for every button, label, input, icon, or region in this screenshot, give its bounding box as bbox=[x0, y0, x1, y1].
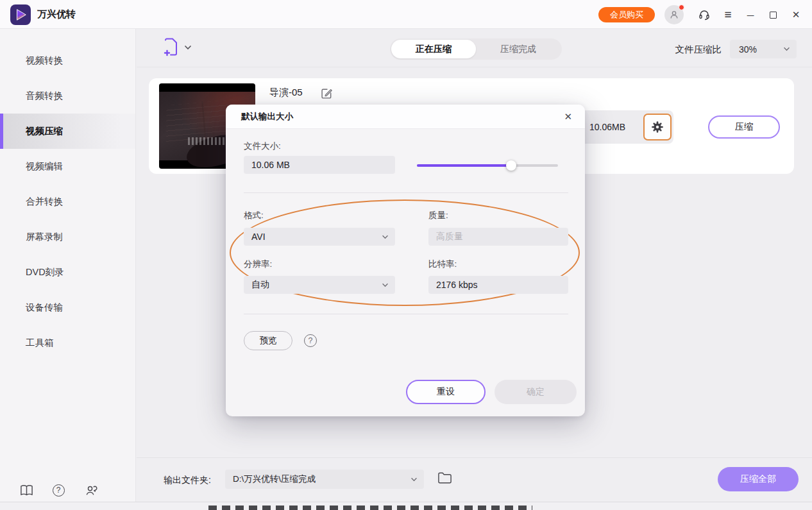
status-tabs: 正在压缩 压缩完成 bbox=[390, 38, 562, 60]
sidebar-item-device-transfer[interactable]: 设备传输 bbox=[0, 290, 135, 325]
output-size-value: 10.06MB bbox=[589, 122, 625, 132]
compression-ratio-select[interactable]: 30% bbox=[730, 40, 797, 58]
sidebar-item-video-edit[interactable]: 视频编辑 bbox=[0, 149, 135, 184]
toolbar-divider bbox=[137, 67, 812, 67]
clipped-background-text bbox=[208, 506, 532, 510]
person-icon bbox=[669, 10, 679, 20]
slider-thumb[interactable] bbox=[506, 160, 516, 171]
quality-input: 高质量 bbox=[428, 228, 568, 246]
chevron-down-icon bbox=[410, 477, 418, 482]
chevron-down-icon bbox=[184, 45, 192, 50]
bitrate-label: 比特率: bbox=[428, 259, 457, 270]
chevron-down-icon bbox=[382, 235, 389, 239]
resolution-select[interactable]: 自动 bbox=[244, 276, 395, 294]
open-folder-icon[interactable] bbox=[437, 472, 453, 487]
file-size-slider[interactable] bbox=[417, 159, 558, 172]
sidebar-item-video-compress[interactable]: 视频压缩 bbox=[0, 114, 135, 149]
footer-divider bbox=[137, 457, 812, 458]
file-size-label: 文件大小: bbox=[244, 140, 281, 152]
close-button[interactable]: ✕ bbox=[788, 7, 804, 22]
dialog-help-icon[interactable]: ? bbox=[304, 334, 317, 347]
sidebar-item-video-convert[interactable]: 视频转换 bbox=[0, 43, 135, 78]
output-folder-label: 输出文件夹: bbox=[164, 475, 211, 486]
sidebar: 视频转换 音频转换 视频压缩 视频编辑 合并转换 屏幕录制 DVD刻录 设备传输… bbox=[0, 29, 136, 510]
preview-button[interactable]: 预览 bbox=[244, 331, 292, 350]
sidebar-item-audio-convert[interactable]: 音频转换 bbox=[0, 78, 135, 114]
divider bbox=[244, 192, 568, 193]
bitrate-input[interactable]: 2176 kbps bbox=[428, 276, 568, 294]
app-title: 万兴优转 bbox=[37, 8, 76, 21]
format-select[interactable]: AVI bbox=[244, 228, 395, 246]
dialog-header: 默认输出大小 ✕ bbox=[226, 105, 585, 129]
maximize-button[interactable] bbox=[765, 7, 781, 22]
compress-all-button[interactable]: 压缩全部 bbox=[718, 467, 799, 491]
add-file-icon bbox=[163, 38, 179, 57]
compression-ratio-label: 文件压缩比 bbox=[662, 44, 722, 56]
community-feedback-icon[interactable] bbox=[83, 483, 97, 497]
account-avatar[interactable] bbox=[664, 5, 684, 24]
settings-gear-button[interactable] bbox=[643, 114, 672, 140]
sidebar-item-toolbox[interactable]: 工具箱 bbox=[0, 325, 135, 361]
resolution-label: 分辨率: bbox=[244, 259, 272, 270]
dialog-close-icon[interactable]: ✕ bbox=[561, 110, 575, 124]
sidebar-item-merge-convert[interactable]: 合并转换 bbox=[0, 184, 135, 219]
format-label: 格式: bbox=[244, 210, 264, 221]
file-size-input[interactable]: 10.06 MB bbox=[244, 156, 395, 174]
notification-dot bbox=[679, 4, 684, 10]
gear-icon bbox=[650, 120, 664, 134]
tab-compress-finished[interactable]: 压缩完成 bbox=[476, 40, 561, 58]
menu-icon[interactable]: ≡ bbox=[720, 7, 736, 22]
add-file-button[interactable] bbox=[163, 38, 192, 57]
support-headset-icon[interactable] bbox=[696, 7, 713, 22]
chevron-down-icon bbox=[382, 283, 389, 287]
help-icon[interactable]: ? bbox=[51, 483, 65, 497]
user-guide-book-icon[interactable] bbox=[19, 483, 33, 497]
file-name: 导演-05 bbox=[269, 87, 303, 99]
tab-compressing[interactable]: 正在压缩 bbox=[391, 40, 476, 58]
output-folder-select[interactable]: D:\万兴优转\压缩完成 bbox=[225, 470, 424, 489]
confirm-button[interactable]: 确定 bbox=[495, 380, 577, 404]
dialog-title: 默认输出大小 bbox=[241, 111, 293, 123]
minimize-button[interactable]: ─ bbox=[742, 7, 759, 22]
divider bbox=[244, 314, 568, 314]
slider-fill bbox=[417, 164, 511, 167]
buy-membership-button[interactable]: 会员购买 bbox=[598, 7, 655, 22]
sidebar-item-dvd-burn[interactable]: DVD刻录 bbox=[0, 255, 135, 290]
rename-edit-icon[interactable] bbox=[321, 87, 333, 99]
titlebar: 万兴优转 会员购买 ≡ ─ ✕ bbox=[0, 0, 812, 29]
compress-button[interactable]: 压缩 bbox=[708, 115, 780, 139]
app-logo-icon bbox=[10, 4, 31, 25]
sidebar-item-screen-record[interactable]: 屏幕录制 bbox=[0, 219, 135, 255]
reset-button[interactable]: 重设 bbox=[406, 380, 486, 404]
default-output-size-dialog: 默认输出大小 ✕ 文件大小: 10.06 MB 格式: AVI 质量: 高质量 … bbox=[226, 105, 585, 416]
chevron-down-icon bbox=[783, 47, 790, 51]
quality-label: 质量: bbox=[428, 210, 448, 221]
